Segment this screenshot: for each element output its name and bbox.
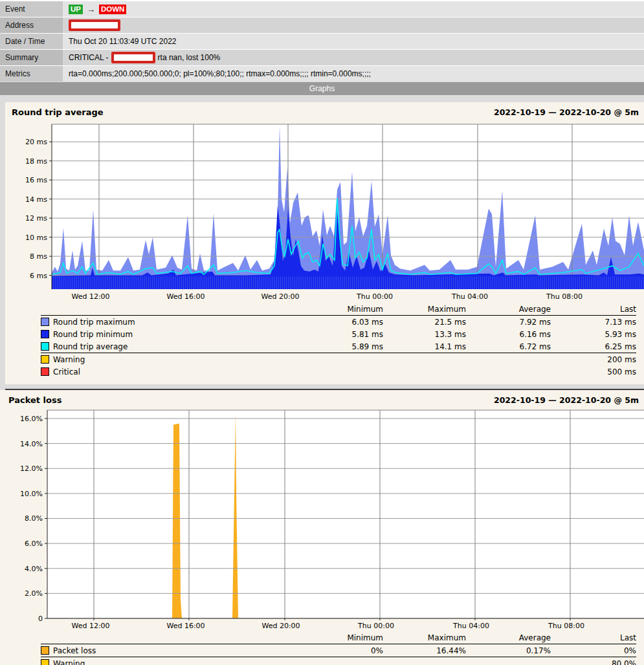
info-row-summary: Summary CRITICAL - rta nan, lost 100% (0, 50, 644, 65)
legend-row: Round trip minimum5.81 ms13.3 ms6.16 ms5… (41, 328, 636, 340)
legend-stat-value: 6.72 ms (466, 342, 551, 351)
info-label-event: Event (0, 1, 63, 17)
legend-series-name: Round trip maximum (53, 318, 135, 327)
legend-header-row: MinimumMaximumAverageLast (41, 631, 636, 644)
loss-date-range: 2022-10-19 — 2022-10-20 @ 5m (494, 395, 639, 405)
legend-series-name: Warning (53, 355, 85, 364)
info-label-metrics: Metrics (0, 66, 63, 82)
legend-stat-value: 200 ms (551, 355, 636, 364)
y-tick-label: 14 ms (25, 195, 47, 204)
info-label-address: Address (0, 17, 63, 33)
redacted-host-box (111, 52, 155, 63)
legend-column-header: Last (551, 633, 636, 642)
legend-column-header: Average (466, 633, 551, 642)
loss-panel-header: Packet loss 2022-10-19 — 2022-10-20 @ 5m (0, 390, 644, 408)
y-tick-label: 16.0% (20, 415, 43, 423)
legend-label-cell: Critical (41, 367, 300, 376)
legend-swatch (41, 318, 49, 326)
x-tick-label: Wed 16:00 (166, 292, 205, 301)
legend-row: Packet loss0%16.44%0.17%0% (41, 644, 636, 657)
y-tick-label: 8 ms (30, 252, 47, 261)
info-value-event: UP → DOWN (63, 1, 644, 17)
y-tick-label: 18 ms (25, 157, 47, 166)
round-trip-average-panel: Round trip average 2022-10-19 — 2022-10-… (5, 102, 644, 384)
y-tick-label: 6.0% (25, 540, 43, 548)
event-info-table: Event UP → DOWN Address Date / Time Thu … (0, 0, 644, 82)
legend-column-header: Minimum (300, 633, 383, 642)
x-tick-label: Wed 12:00 (71, 622, 109, 630)
info-value-address (63, 17, 644, 33)
info-row-metrics: Metrics rta=0.000ms;200.000;500.000;0; p… (0, 66, 644, 82)
legend-swatch (41, 355, 49, 364)
y-tick-label: 10.0% (20, 490, 43, 498)
legend-row: Warning200 ms (41, 353, 636, 365)
legend-column-header: Maximum (383, 633, 466, 642)
legend-stat-value: 7.13 ms (551, 318, 636, 327)
state-badge-down: DOWN (99, 5, 126, 14)
legend-series-name: Warning (53, 659, 85, 665)
x-tick-label: Thu 04:00 (451, 292, 488, 301)
y-tick-label: 8.0% (25, 514, 43, 523)
rtt-legend: MinimumMaximumAverageLastRound trip maxi… (5, 303, 644, 378)
y-tick-label: 16 ms (25, 176, 47, 184)
x-tick-label: Wed 12:00 (71, 292, 109, 301)
legend-series-name: Round trip average (53, 342, 128, 351)
y-tick-label: 6 ms (30, 272, 47, 280)
legend-label-cell: Round trip maximum (41, 318, 300, 327)
legend-stat-value: 0% (300, 646, 383, 655)
graphs-section-header: Graphs (0, 82, 644, 95)
y-tick-label: 20 ms (25, 138, 47, 146)
y-tick-label: 14.0% (20, 440, 43, 448)
x-tick-label: Thu 00:00 (357, 622, 394, 630)
legend-row: Critical500 ms (41, 365, 636, 378)
legend-row: Round trip average5.89 ms14.1 ms6.72 ms6… (41, 340, 636, 353)
info-value-datetime: Thu Oct 20 11:03:49 UTC 2022 (63, 34, 644, 49)
info-row-datetime: Date / Time Thu Oct 20 11:03:49 UTC 2022 (0, 34, 644, 49)
x-tick-label: Wed 20:00 (261, 292, 299, 301)
legend-stat-value: 14.1 ms (383, 342, 466, 351)
info-value-summary: CRITICAL - rta nan, lost 100% (63, 50, 644, 65)
legend-label-cell: Packet loss (41, 646, 300, 655)
legend-stat-value: 500 ms (551, 367, 636, 376)
legend-series-name: Critical (53, 367, 80, 376)
panel-gap (0, 384, 644, 389)
legend-series-name: Packet loss (53, 646, 96, 655)
loss-graph-title: Packet loss (8, 395, 61, 405)
y-tick-label: 12 ms (25, 214, 47, 223)
info-label-summary: Summary (0, 50, 63, 65)
y-tick-label: 0 (38, 615, 43, 623)
legend-swatch (41, 659, 49, 665)
redacted-address-box (69, 19, 120, 31)
rtt-date-range: 2022-10-19 — 2022-10-20 @ 5m (494, 107, 639, 117)
summary-prefix: CRITICAL - (69, 53, 109, 62)
rtt-panel-header: Round trip average 2022-10-19 — 2022-10-… (5, 102, 644, 120)
legend-stat-value: 6.16 ms (466, 330, 551, 339)
loss-legend: MinimumMaximumAverageLastPacket loss0%16… (0, 631, 644, 665)
legend-label-cell: Warning (41, 659, 300, 665)
transition-arrow-icon: → (85, 5, 96, 14)
legend-stat-value: 6.25 ms (551, 342, 636, 351)
loss-plot-area (47, 410, 644, 618)
legend-label-cell: Round trip average (41, 342, 300, 351)
legend-header-row: MinimumMaximumAverageLast (41, 303, 636, 316)
x-tick-label: Thu 00:00 (356, 292, 393, 301)
y-tick-label: 10 ms (25, 234, 47, 242)
legend-column-header: Maximum (383, 305, 466, 314)
info-value-metrics: rta=0.000ms;200.000;500.000;0; pl=100%;8… (63, 66, 644, 82)
legend-label-cell: Round trip minimum (41, 330, 300, 339)
legend-stat-value: 0.17% (466, 646, 551, 655)
legend-label-cell: Warning (41, 355, 300, 364)
legend-stat-value: 0% (551, 646, 636, 655)
legend-row: Warning80.0% (41, 657, 636, 665)
rtt-graph-title: Round trip average (12, 107, 104, 117)
info-row-address: Address (0, 17, 644, 33)
legend-swatch (41, 646, 49, 655)
legend-stat-value: 6.03 ms (300, 318, 383, 327)
minimum-band-texture (52, 276, 644, 289)
legend-stat-value: 21.5 ms (383, 318, 466, 327)
legend-stat-value: 5.93 ms (551, 330, 636, 339)
legend-swatch (41, 367, 49, 376)
summary-suffix: rta nan, lost 100% (158, 53, 221, 62)
legend-column-header: Average (466, 305, 551, 314)
legend-row: Round trip maximum6.03 ms21.5 ms7.92 ms7… (41, 316, 636, 328)
